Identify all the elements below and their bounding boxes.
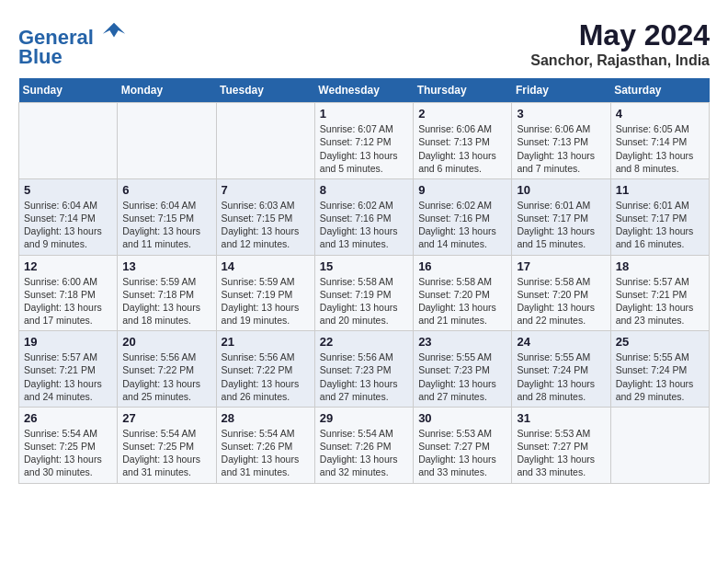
day-number: 6	[122, 183, 210, 197]
day-number: 26	[24, 411, 112, 425]
day-number: 12	[24, 259, 112, 273]
calendar-week-row: 19Sunrise: 5:57 AM Sunset: 7:21 PM Dayli…	[19, 331, 710, 408]
calendar-day-cell: 19Sunrise: 5:57 AM Sunset: 7:21 PM Dayli…	[19, 331, 118, 408]
logo-bird-icon	[101, 18, 127, 44]
day-info: Sunrise: 6:06 AM Sunset: 7:13 PM Dayligh…	[517, 122, 605, 175]
calendar-day-cell: 15Sunrise: 5:58 AM Sunset: 7:19 PM Dayli…	[314, 255, 413, 331]
day-info: Sunrise: 6:01 AM Sunset: 7:17 PM Dayligh…	[616, 199, 704, 251]
calendar-day-cell: 31Sunrise: 5:53 AM Sunset: 7:27 PM Dayli…	[512, 407, 610, 483]
calendar-day-cell: 26Sunrise: 5:54 AM Sunset: 7:25 PM Dayli…	[19, 407, 118, 483]
calendar-day-cell: 3Sunrise: 6:06 AM Sunset: 7:13 PM Daylig…	[512, 103, 610, 179]
day-number: 15	[320, 259, 408, 273]
calendar-header-row: SundayMondayTuesdayWednesdayThursdayFrid…	[19, 78, 710, 103]
day-number: 22	[320, 335, 408, 349]
day-info: Sunrise: 5:56 AM Sunset: 7:22 PM Dayligh…	[222, 350, 310, 403]
svg-marker-0	[103, 23, 125, 38]
title-block: May 2024 Sanchor, Rajasthan, India	[530, 18, 710, 69]
day-number: 19	[24, 335, 112, 349]
day-number: 31	[517, 411, 605, 425]
day-number: 8	[320, 183, 408, 197]
header-sunday: Sunday	[19, 78, 118, 103]
day-number: 2	[418, 107, 506, 121]
day-number: 24	[517, 335, 605, 349]
calendar-table: SundayMondayTuesdayWednesdayThursdayFrid…	[18, 78, 710, 483]
day-info: Sunrise: 5:54 AM Sunset: 7:26 PM Dayligh…	[222, 427, 310, 479]
day-info: Sunrise: 5:55 AM Sunset: 7:23 PM Dayligh…	[418, 350, 506, 403]
calendar-day-cell: 7Sunrise: 6:03 AM Sunset: 7:15 PM Daylig…	[216, 178, 314, 255]
calendar-day-cell: 4Sunrise: 6:05 AM Sunset: 7:14 PM Daylig…	[610, 103, 709, 179]
day-info: Sunrise: 5:57 AM Sunset: 7:21 PM Dayligh…	[24, 350, 112, 403]
day-info: Sunrise: 6:03 AM Sunset: 7:15 PM Dayligh…	[222, 199, 310, 251]
day-number: 16	[418, 259, 506, 273]
day-info: Sunrise: 5:55 AM Sunset: 7:24 PM Dayligh…	[616, 350, 704, 403]
day-info: Sunrise: 5:53 AM Sunset: 7:27 PM Dayligh…	[517, 427, 605, 479]
day-number: 20	[122, 335, 210, 349]
day-info: Sunrise: 5:58 AM Sunset: 7:20 PM Dayligh…	[517, 275, 605, 327]
day-number: 5	[24, 183, 112, 197]
day-info: Sunrise: 5:54 AM Sunset: 7:26 PM Dayligh…	[320, 427, 408, 479]
calendar-day-cell: 14Sunrise: 5:59 AM Sunset: 7:19 PM Dayli…	[216, 255, 314, 331]
day-info: Sunrise: 5:53 AM Sunset: 7:27 PM Dayligh…	[418, 427, 506, 479]
day-number: 14	[222, 259, 310, 273]
calendar-day-cell	[118, 103, 216, 179]
calendar-day-cell: 6Sunrise: 6:04 AM Sunset: 7:15 PM Daylig…	[118, 178, 216, 255]
calendar-day-cell: 20Sunrise: 5:56 AM Sunset: 7:22 PM Dayli…	[118, 331, 216, 408]
day-number: 25	[616, 335, 704, 349]
day-info: Sunrise: 6:07 AM Sunset: 7:12 PM Dayligh…	[320, 122, 408, 175]
header-wednesday: Wednesday	[314, 78, 413, 103]
header-monday: Monday	[118, 78, 216, 103]
calendar-week-row: 5Sunrise: 6:04 AM Sunset: 7:14 PM Daylig…	[19, 178, 710, 255]
day-info: Sunrise: 5:54 AM Sunset: 7:25 PM Dayligh…	[24, 427, 112, 479]
day-info: Sunrise: 6:02 AM Sunset: 7:16 PM Dayligh…	[320, 199, 408, 251]
day-info: Sunrise: 5:57 AM Sunset: 7:21 PM Dayligh…	[616, 275, 704, 327]
calendar-day-cell: 12Sunrise: 6:00 AM Sunset: 7:18 PM Dayli…	[19, 255, 118, 331]
calendar-week-row: 1Sunrise: 6:07 AM Sunset: 7:12 PM Daylig…	[19, 103, 710, 179]
day-number: 18	[616, 259, 704, 273]
day-number: 30	[418, 411, 506, 425]
day-number: 9	[418, 183, 506, 197]
calendar-day-cell: 28Sunrise: 5:54 AM Sunset: 7:26 PM Dayli…	[216, 407, 314, 483]
calendar-day-cell: 24Sunrise: 5:55 AM Sunset: 7:24 PM Dayli…	[512, 331, 610, 408]
page-header: General Blue May 2024 Sanchor, Rajasthan…	[18, 18, 710, 69]
day-info: Sunrise: 6:05 AM Sunset: 7:14 PM Dayligh…	[616, 122, 704, 175]
calendar-day-cell: 18Sunrise: 5:57 AM Sunset: 7:21 PM Dayli…	[610, 255, 709, 331]
day-number: 13	[122, 259, 210, 273]
calendar-week-row: 12Sunrise: 6:00 AM Sunset: 7:18 PM Dayli…	[19, 255, 710, 331]
calendar-day-cell: 1Sunrise: 6:07 AM Sunset: 7:12 PM Daylig…	[314, 103, 413, 179]
day-number: 21	[222, 335, 310, 349]
calendar-day-cell: 29Sunrise: 5:54 AM Sunset: 7:26 PM Dayli…	[314, 407, 413, 483]
day-number: 28	[222, 411, 310, 425]
calendar-day-cell	[610, 407, 709, 483]
header-thursday: Thursday	[414, 78, 512, 103]
calendar-day-cell	[19, 103, 118, 179]
header-saturday: Saturday	[610, 78, 709, 103]
calendar-title: May 2024	[530, 18, 710, 52]
day-info: Sunrise: 5:56 AM Sunset: 7:22 PM Dayligh…	[122, 350, 210, 403]
calendar-subtitle: Sanchor, Rajasthan, India	[530, 52, 710, 69]
day-number: 3	[517, 107, 605, 121]
day-info: Sunrise: 6:01 AM Sunset: 7:17 PM Dayligh…	[517, 199, 605, 251]
header-tuesday: Tuesday	[216, 78, 314, 103]
calendar-day-cell: 5Sunrise: 6:04 AM Sunset: 7:14 PM Daylig…	[19, 178, 118, 255]
calendar-day-cell: 16Sunrise: 5:58 AM Sunset: 7:20 PM Dayli…	[414, 255, 512, 331]
logo: General Blue	[18, 18, 127, 69]
day-info: Sunrise: 6:00 AM Sunset: 7:18 PM Dayligh…	[24, 275, 112, 327]
day-info: Sunrise: 5:58 AM Sunset: 7:19 PM Dayligh…	[320, 275, 408, 327]
header-friday: Friday	[512, 78, 610, 103]
day-info: Sunrise: 6:04 AM Sunset: 7:15 PM Dayligh…	[122, 199, 210, 251]
day-number: 11	[616, 183, 704, 197]
day-number: 10	[517, 183, 605, 197]
day-number: 1	[320, 107, 408, 121]
calendar-day-cell: 10Sunrise: 6:01 AM Sunset: 7:17 PM Dayli…	[512, 178, 610, 255]
calendar-day-cell: 13Sunrise: 5:59 AM Sunset: 7:18 PM Dayli…	[118, 255, 216, 331]
calendar-day-cell: 21Sunrise: 5:56 AM Sunset: 7:22 PM Dayli…	[216, 331, 314, 408]
day-info: Sunrise: 5:56 AM Sunset: 7:23 PM Dayligh…	[320, 350, 408, 403]
calendar-day-cell: 11Sunrise: 6:01 AM Sunset: 7:17 PM Dayli…	[610, 178, 709, 255]
day-info: Sunrise: 5:58 AM Sunset: 7:20 PM Dayligh…	[418, 275, 506, 327]
calendar-day-cell: 23Sunrise: 5:55 AM Sunset: 7:23 PM Dayli…	[414, 331, 512, 408]
day-number: 27	[122, 411, 210, 425]
calendar-day-cell: 17Sunrise: 5:58 AM Sunset: 7:20 PM Dayli…	[512, 255, 610, 331]
calendar-day-cell: 22Sunrise: 5:56 AM Sunset: 7:23 PM Dayli…	[314, 331, 413, 408]
day-number: 29	[320, 411, 408, 425]
day-number: 4	[616, 107, 704, 121]
